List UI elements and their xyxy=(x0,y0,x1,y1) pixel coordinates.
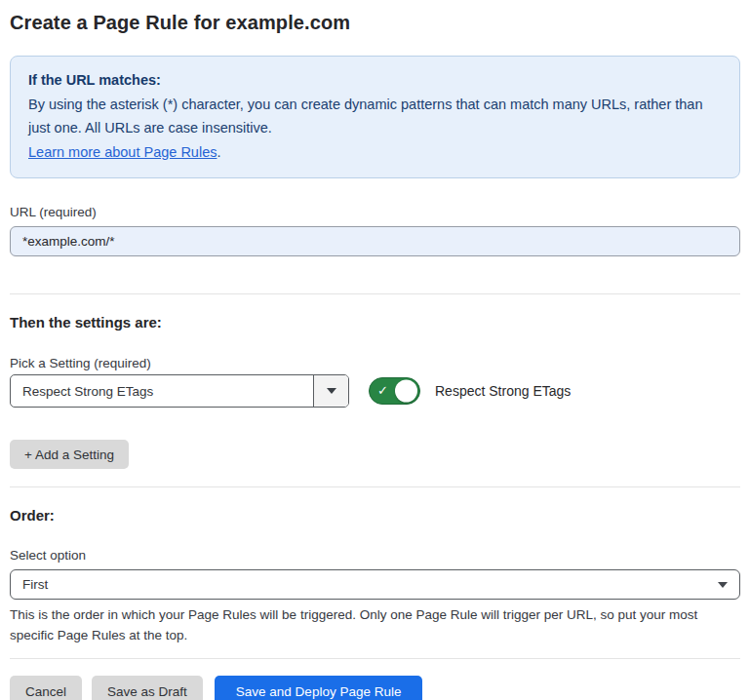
setting-select-arrow-box[interactable] xyxy=(313,375,348,407)
pick-setting-label: Pick a Setting (required) xyxy=(10,355,740,371)
save-draft-button[interactable]: Save as Draft xyxy=(92,676,203,700)
check-icon: ✓ xyxy=(377,384,388,397)
footer-button-row: Cancel Save as Draft Save and Deploy Pag… xyxy=(10,676,740,700)
section-divider xyxy=(10,293,740,294)
section-divider xyxy=(10,486,740,487)
link-period: . xyxy=(217,144,220,160)
footer-divider xyxy=(10,658,740,659)
settings-section-heading: Then the settings are: xyxy=(10,314,740,331)
info-box-link-line: Learn more about Page Rules. xyxy=(28,140,722,165)
info-box-body: By using the asterisk (*) character, you… xyxy=(28,93,722,140)
chevron-down-icon xyxy=(327,388,336,394)
toggle-knob xyxy=(395,380,417,403)
setting-select-dropdown[interactable]: Respect Strong ETags xyxy=(10,374,349,408)
chevron-down-icon xyxy=(718,582,728,588)
info-box-heading: If the URL matches: xyxy=(28,68,722,93)
order-section-heading: Order: xyxy=(10,507,740,525)
add-setting-button[interactable]: + Add a Setting xyxy=(10,440,129,469)
cancel-button[interactable]: Cancel xyxy=(10,676,82,700)
setting-select-value: Respect Strong ETags xyxy=(11,375,313,407)
create-page-rule-form: Create a Page Rule for example.com If th… xyxy=(0,0,750,700)
order-select-value: First xyxy=(22,577,48,592)
respect-strong-etags-toggle[interactable]: ✓ xyxy=(369,377,420,405)
save-deploy-button[interactable]: Save and Deploy Page Rule xyxy=(215,676,423,700)
page-title: Create a Page Rule for example.com xyxy=(10,10,740,35)
url-match-info-box: If the URL matches: By using the asteris… xyxy=(10,56,740,178)
order-help-text: This is the order in which your Page Rul… xyxy=(10,604,740,645)
setting-row: Respect Strong ETags ✓ Respect Strong ET… xyxy=(10,374,740,408)
url-input[interactable] xyxy=(10,226,740,256)
toggle-label: Respect Strong ETags xyxy=(435,383,571,399)
order-select-dropdown[interactable]: First xyxy=(10,569,740,600)
url-field-label: URL (required) xyxy=(10,204,740,220)
order-select-label: Select option xyxy=(10,547,740,564)
learn-more-link[interactable]: Learn more about Page Rules xyxy=(28,144,217,160)
